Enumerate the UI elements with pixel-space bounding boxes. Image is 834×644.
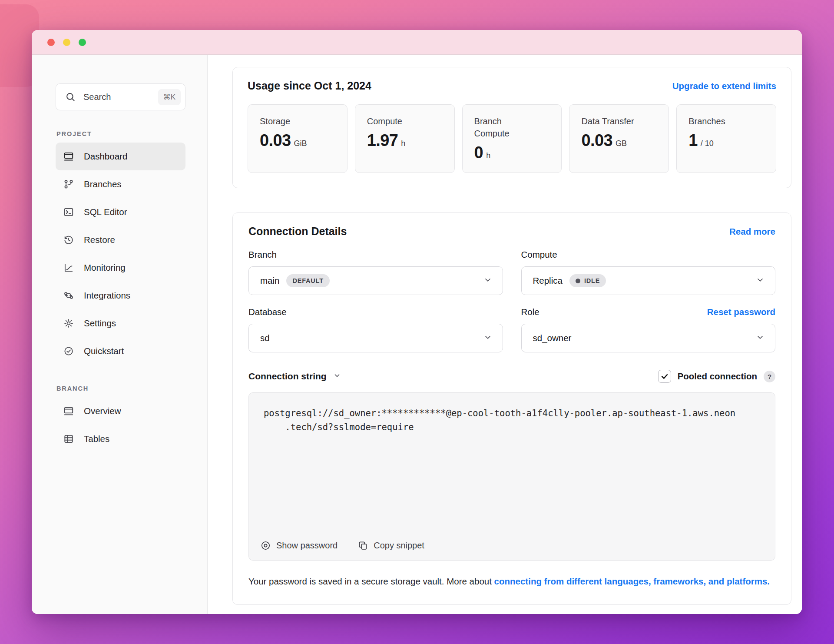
checkbox-check-icon — [660, 372, 669, 381]
window-titlebar — [32, 30, 802, 55]
show-password-button[interactable]: Show password — [260, 539, 338, 552]
sidebar-item-restore[interactable]: Restore — [56, 226, 185, 254]
card-unit: h — [486, 151, 490, 160]
sidebar-item-branches[interactable]: Branches — [56, 170, 185, 198]
minimize-window-button[interactable] — [63, 39, 70, 46]
sidebar-item-monitoring[interactable]: Monitoring — [56, 254, 185, 282]
branch-field: Branch main DEFAULT — [248, 238, 503, 295]
sidebar-item-tables[interactable]: Tables — [56, 425, 185, 453]
database-select[interactable]: sd — [248, 324, 503, 352]
sidebar-section-project: PROJECT — [56, 130, 185, 137]
usage-panel: Usage since Oct 1, 2024 Upgrade to exten… — [232, 67, 791, 188]
main-content: Usage since Oct 1, 2024 Upgrade to exten… — [208, 55, 802, 614]
database-label: Database — [248, 307, 287, 317]
close-window-button[interactable] — [47, 39, 55, 46]
sidebar-item-label: Tables — [84, 434, 109, 444]
database-field: Database sd — [248, 295, 503, 352]
tables-icon — [63, 433, 74, 445]
sidebar-item-label: Overview — [84, 406, 121, 416]
card-label: Data Transfer — [581, 115, 657, 127]
copy-snippet-button[interactable]: Copy snippet — [357, 539, 424, 552]
card-label: Branch Compute — [474, 115, 531, 139]
compute-field: Compute Replica IDLE — [521, 238, 776, 295]
chevron-down-icon — [756, 333, 764, 344]
upgrade-link[interactable]: Upgrade to extend limits — [672, 81, 776, 91]
quickstart-icon — [63, 345, 74, 357]
settings-icon — [63, 318, 74, 329]
compute-label: Compute — [521, 249, 557, 260]
role-value: sd_owner — [533, 333, 572, 343]
search-shortcut-badge: ⌘K — [158, 89, 181, 105]
sidebar-section-branch: BRANCH — [56, 385, 185, 392]
card-label: Storage — [260, 115, 335, 127]
connection-string-code: postgresql://sd_owner:************@ep-co… — [248, 392, 775, 561]
chevron-down-icon — [483, 333, 492, 344]
compute-value: Replica — [533, 276, 563, 286]
connection-string-selector[interactable]: Connection string — [248, 371, 341, 382]
connecting-docs-link[interactable]: connecting from different languages, fra… — [494, 576, 770, 586]
branches-icon — [63, 179, 74, 190]
card-unit: h — [401, 139, 405, 148]
branch-select[interactable]: main DEFAULT — [248, 266, 503, 295]
sidebar-item-label: Restore — [84, 235, 115, 245]
desktop-background: Search ⌘K PROJECT Dashboard — [0, 0, 834, 644]
sidebar-item-dashboard[interactable]: Dashboard — [56, 143, 185, 170]
sidebar-item-label: Integrations — [84, 290, 130, 301]
connection-string-line2: .tech/sd?sslmode=require — [264, 421, 760, 435]
connection-details-title: Connection Details — [248, 225, 347, 238]
card-unit: / 10 — [701, 139, 714, 148]
card-label: Branches — [688, 115, 764, 127]
overview-icon — [63, 405, 74, 417]
sidebar-item-label: Monitoring — [84, 262, 126, 273]
card-value: 1/ 10 — [688, 131, 764, 150]
role-label: Role — [521, 307, 539, 317]
chevron-down-icon — [483, 276, 492, 286]
card-unit: GiB — [294, 139, 307, 148]
sidebar-item-overview[interactable]: Overview — [56, 397, 185, 425]
card-value: 0h — [474, 143, 550, 162]
copy-icon — [357, 540, 368, 551]
sidebar-item-sql-editor[interactable]: SQL Editor — [56, 198, 185, 226]
idle-badge: IDLE — [569, 274, 606, 287]
compute-select[interactable]: Replica IDLE — [521, 266, 776, 295]
connection-details-panel: Connection Details Read more Branch main… — [232, 212, 791, 605]
eye-icon — [260, 540, 271, 551]
sidebar-item-label: Dashboard — [84, 151, 127, 162]
sidebar-item-label: SQL Editor — [84, 207, 127, 217]
card-unit: GB — [616, 139, 627, 148]
help-icon[interactable]: ? — [764, 371, 775, 382]
connection-string-line1: postgresql://sd_owner:************@ep-co… — [264, 407, 760, 421]
search-input[interactable]: Search ⌘K — [56, 83, 185, 110]
sidebar-item-quickstart[interactable]: Quickstart — [56, 337, 185, 365]
sidebar-item-settings[interactable]: Settings — [56, 309, 185, 337]
card-value: 0.03GB — [581, 131, 657, 150]
app-window: Search ⌘K PROJECT Dashboard — [32, 30, 802, 614]
usage-card-data-transfer: Data Transfer 0.03GB — [569, 104, 669, 173]
monitoring-icon — [63, 262, 74, 273]
password-vault-note: Your password is saved in a secure stora… — [248, 574, 775, 589]
sidebar-item-integrations[interactable]: Integrations — [56, 282, 185, 309]
search-icon — [65, 91, 76, 103]
branch-label: Branch — [248, 249, 277, 260]
read-more-link[interactable]: Read more — [729, 226, 775, 237]
zoom-window-button[interactable] — [79, 39, 86, 46]
pooled-connection-checkbox[interactable] — [658, 370, 671, 383]
restore-icon — [63, 234, 74, 246]
pooled-connection-label: Pooled connection — [678, 371, 757, 382]
role-select[interactable]: sd_owner — [521, 324, 776, 352]
pooled-connection-control: Pooled connection ? — [658, 370, 775, 383]
usage-card-compute: Compute 1.97h — [355, 104, 455, 173]
usage-card-storage: Storage 0.03GiB — [248, 104, 348, 173]
database-value: sd — [260, 333, 270, 343]
branch-value: main — [260, 276, 279, 286]
usage-cards: Storage 0.03GiB Compute 1.97h Branch Com… — [248, 104, 776, 173]
usage-card-branches: Branches 1/ 10 — [676, 104, 776, 173]
sidebar-item-label: Branches — [84, 179, 122, 189]
chevron-down-icon — [756, 276, 764, 286]
dashboard-icon — [63, 151, 74, 162]
reset-password-link[interactable]: Reset password — [707, 307, 775, 317]
card-value: 1.97h — [367, 131, 443, 150]
usage-title: Usage since Oct 1, 2024 — [248, 80, 371, 92]
card-value: 0.03GiB — [260, 131, 335, 150]
default-badge: DEFAULT — [286, 274, 329, 287]
